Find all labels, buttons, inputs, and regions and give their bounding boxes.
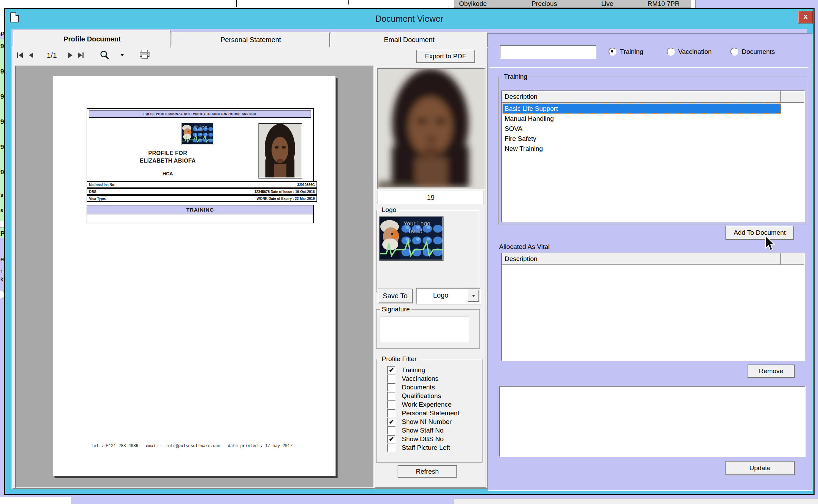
first-page-icon <box>19 52 23 58</box>
radio-documents[interactable]: Documents <box>730 48 775 56</box>
checkbox[interactable] <box>387 383 396 391</box>
save-to-label: Save To <box>383 292 408 300</box>
chevron-down-icon <box>120 54 124 56</box>
dropdown-arrow-button[interactable] <box>468 290 479 302</box>
tab-profile-document[interactable]: Profile Document <box>13 30 171 48</box>
field-value: 12345678 Date of Issue : 19-Oct-2016 <box>254 190 315 194</box>
pager-first-button[interactable] <box>17 51 23 59</box>
filter-option-show-dbs-no[interactable]: Show DBS No <box>387 435 444 443</box>
filter-option-personal-statement[interactable]: Personal Statement <box>387 409 459 417</box>
radio-icon[interactable] <box>608 48 616 56</box>
page-indicator: 1/1 <box>41 50 62 60</box>
checkbox[interactable] <box>387 418 396 426</box>
save-target-value: Logo <box>417 289 465 302</box>
checkbox[interactable] <box>387 444 396 452</box>
zoom-dropdown-button[interactable] <box>119 52 126 59</box>
printer-icon <box>139 49 150 60</box>
checkbox-label: Show Staff No <box>402 427 444 434</box>
allocated-as-vital-label: Allocated As Vital <box>499 243 549 251</box>
last-page-icon <box>82 52 84 58</box>
prev-page-icon <box>29 52 33 58</box>
training-group-caption: Training <box>502 73 529 80</box>
close-button[interactable]: x <box>798 11 813 23</box>
print-button[interactable] <box>139 49 150 60</box>
logo-group-caption: Logo <box>380 206 398 214</box>
export-to-pdf-button[interactable]: Export to PDF <box>416 50 475 63</box>
pager-prev-button[interactable] <box>29 51 33 59</box>
add-to-document-button[interactable]: Add To Document <box>726 226 794 240</box>
checkbox[interactable] <box>387 426 396 435</box>
staff-name: ELIZABETH ABIOFA <box>87 158 249 164</box>
refresh-button[interactable]: Refresh <box>398 465 457 477</box>
magnifier-icon <box>99 50 110 60</box>
checkbox[interactable] <box>387 392 396 400</box>
zoom-button[interactable] <box>99 50 110 60</box>
grid-cell: Live <box>601 0 613 8</box>
svg-text:Your Logo: Your Logo <box>194 125 207 128</box>
filter-option-training[interactable]: Training <box>387 366 425 374</box>
checkbox-label: Documents <box>402 384 435 391</box>
save-to-button[interactable]: Save To <box>378 289 412 303</box>
filter-option-work-experience[interactable]: Work Experience <box>387 400 451 409</box>
column-header-description: Description <box>505 93 537 100</box>
filter-option-staff-picture-left[interactable]: Staff Picture Left <box>387 444 450 452</box>
update-button[interactable]: Update <box>726 461 795 475</box>
allocated-list[interactable]: Description <box>501 253 805 361</box>
mouse-cursor <box>764 235 776 252</box>
field-label: National Ins No: <box>89 183 115 187</box>
radio-icon[interactable] <box>667 48 675 56</box>
pager-last-button[interactable] <box>78 51 84 59</box>
checkbox-label: Qualifications <box>402 392 441 400</box>
filter-option-qualifications[interactable]: Qualifications <box>387 392 441 400</box>
filter-option-vaccinations[interactable]: Vaccinations <box>387 375 438 383</box>
training-item-basic-life-support[interactable]: Basic Life Support <box>503 104 781 114</box>
training-section-banner: TRAINING <box>87 205 314 214</box>
radio-vaccination[interactable]: Vaccination <box>667 48 712 56</box>
checkbox[interactable] <box>387 375 396 383</box>
training-list-header[interactable]: Description <box>502 91 804 103</box>
filter-option-show-ni-number[interactable]: Show NI Number <box>387 418 452 426</box>
checkbox[interactable] <box>387 435 396 443</box>
training-item-new-training[interactable]: New Training <box>503 144 781 154</box>
checkbox[interactable] <box>387 366 396 374</box>
page-staff-photo <box>259 123 302 178</box>
checkbox-label: Staff Picture Left <box>402 444 450 452</box>
search-input[interactable] <box>500 45 596 59</box>
allocated-list-header[interactable]: Description <box>502 253 804 265</box>
tab-email-document[interactable]: Email Document <box>330 32 488 48</box>
checkbox-label: Personal Statement <box>402 409 459 417</box>
training-item-fire-safety[interactable]: Fire Safety <box>503 134 781 144</box>
checkbox-label: Work Experience <box>402 401 451 408</box>
training-item-manual-handling[interactable]: Manual Handling <box>503 114 781 124</box>
logo-overlay-text: Your Logo <box>403 220 430 227</box>
field-label: DBS: <box>89 190 97 194</box>
last-page-icon <box>78 52 82 58</box>
pager-next-button[interactable] <box>68 51 72 59</box>
checkbox[interactable] <box>387 400 396 409</box>
training-item-sova[interactable]: SOVA <box>503 124 781 134</box>
notes-box[interactable] <box>499 386 806 457</box>
remove-button[interactable]: Remove <box>748 365 795 378</box>
checkbox-label: Vaccinations <box>402 375 438 382</box>
logo-image: Your Logo here! <box>379 216 444 261</box>
filter-option-documents[interactable]: Documents <box>387 383 435 391</box>
svg-text:here!: here! <box>196 128 203 132</box>
save-target-dropdown[interactable]: Logo <box>416 288 481 304</box>
column-divider <box>780 253 781 264</box>
checkbox[interactable] <box>387 409 396 417</box>
age-field[interactable]: 19 <box>378 191 484 204</box>
radio-icon[interactable] <box>730 48 738 56</box>
update-label: Update <box>749 464 770 472</box>
company-banner: PULSE PROFESSIONAL SOFTWARE LTD KINGTON … <box>89 110 311 118</box>
filter-option-show-staff-no[interactable]: Show Staff No <box>387 426 444 435</box>
training-list[interactable]: Description Basic Life Support Manual Ha… <box>501 90 805 222</box>
radio-training[interactable]: Training <box>608 48 643 56</box>
checkbox-label: Training <box>402 366 425 374</box>
background-bottom-left <box>0 497 71 504</box>
list-item-label: SOVA <box>505 125 522 133</box>
title-bar: Document Viewer x <box>5 9 814 29</box>
tab-personal-statement[interactable]: Personal Statement <box>172 32 330 48</box>
field-label: Visa Type: <box>89 197 106 201</box>
radio-label: Documents <box>742 48 775 56</box>
field-value: JJ019366C <box>297 183 315 187</box>
